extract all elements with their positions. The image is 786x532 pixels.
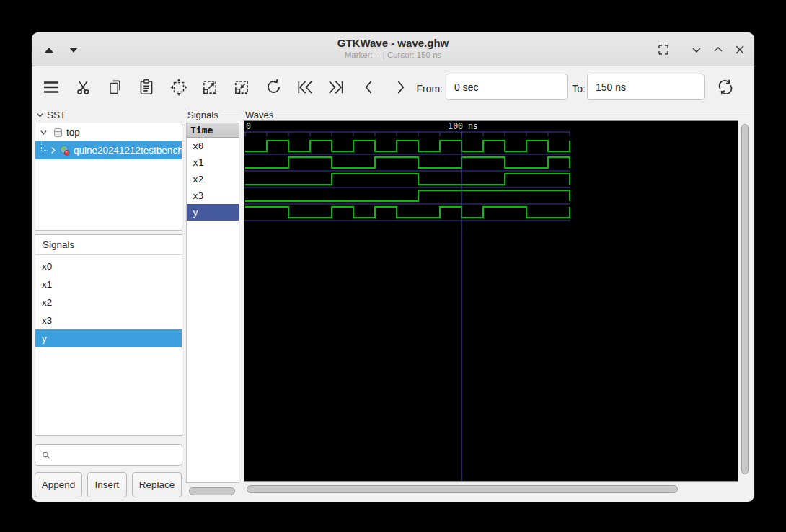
sst-header-label: SST [47, 110, 66, 120]
zoom-in-button[interactable] [200, 78, 219, 97]
sst-tree: top quine20241212testbench [35, 123, 182, 231]
close-icon [733, 43, 747, 57]
zoom-in-icon [200, 78, 219, 97]
reload-button[interactable] [716, 78, 735, 97]
insert-button[interactable]: Insert [87, 472, 127, 497]
frame-line [275, 115, 750, 115]
waves-hscrollbar-thumb[interactable] [247, 485, 678, 493]
entity-globe-icon [58, 145, 72, 156]
fullscreen-button[interactable] [656, 43, 671, 57]
svg-text:0: 0 [246, 121, 251, 131]
tree-node-testbench[interactable]: quine20241212testbench [35, 141, 182, 159]
maximize-button[interactable] [711, 43, 725, 57]
zoom-fit-icon [169, 78, 188, 97]
step-back-button[interactable] [360, 78, 379, 97]
undo-button[interactable] [264, 78, 283, 97]
wave-names-header-label: Signals [187, 110, 218, 120]
svg-text:100 ns: 100 ns [448, 121, 478, 131]
cut-icon [74, 78, 93, 97]
wave-names-header: Signals [187, 109, 239, 120]
cut-button[interactable] [74, 78, 93, 97]
facilities-list: x0x1x2x3y [35, 255, 182, 347]
wave-display[interactable]: 0100 ns [244, 120, 738, 482]
chevron-left-icon [360, 78, 379, 97]
hierarchy-cylinder-icon [51, 128, 64, 138]
wave-name-y[interactable]: y [187, 204, 239, 221]
wave-names-panel: Time x0x1x2x3y [186, 123, 239, 483]
expander-down-icon [36, 111, 44, 119]
step-forward-button[interactable] [391, 78, 410, 97]
facility-item-x3[interactable]: x3 [35, 311, 182, 329]
expander-down-icon[interactable] [35, 128, 51, 136]
menu-icon [42, 78, 61, 97]
signal-search-box[interactable] [35, 444, 182, 466]
to-label: To: [571, 83, 586, 94]
names-hscrollbar[interactable] [188, 487, 238, 496]
facilities-panel-title: Signals [35, 235, 182, 255]
zoom-out-button[interactable] [232, 78, 251, 97]
menu-button[interactable] [42, 78, 61, 97]
skip-to-start-button[interactable] [296, 78, 314, 97]
skip-to-start-icon [296, 78, 314, 97]
waves-vscrollbar[interactable] [740, 120, 750, 482]
tree-node-top[interactable]: top [35, 123, 182, 141]
time-header[interactable]: Time [187, 123, 239, 138]
copy-icon [106, 78, 125, 97]
replace-button[interactable]: Replace [132, 472, 182, 497]
frame-line [221, 115, 239, 115]
tree-node-label: top [66, 127, 80, 138]
minimize-button[interactable] [689, 43, 704, 57]
window-title: GTKWave - wave.ghw [32, 37, 754, 49]
waves-header: Waves [245, 109, 750, 120]
zoom-out-icon [232, 78, 251, 97]
tree-node-label: quine20241212testbench [74, 145, 182, 156]
zoom-fit-button[interactable] [169, 78, 188, 97]
undo-icon [264, 78, 283, 97]
waveform-canvas[interactable]: 0100 ns [244, 121, 738, 481]
chevron-right-icon [391, 78, 410, 97]
gtkwave-window: GTKWave - wave.ghw Marker: -- | Cursor: … [32, 32, 754, 502]
skip-to-end-button[interactable] [327, 78, 345, 97]
facility-item-x0[interactable]: x0 [35, 257, 182, 275]
marker-cursor-status: Marker: -- | Cursor: 150 ns [32, 50, 754, 59]
pane-divider[interactable] [185, 108, 185, 497]
append-button[interactable]: Append [35, 472, 82, 497]
waves-header-label: Waves [245, 110, 273, 120]
paste-icon [137, 78, 156, 97]
paste-button[interactable] [137, 78, 156, 97]
facility-item-x2[interactable]: x2 [35, 293, 182, 311]
facilities-panel: Signals x0x1x2x3y [35, 234, 182, 436]
signal-search-input[interactable] [55, 446, 182, 464]
tree-connector [41, 141, 48, 151]
expander-right-icon[interactable] [48, 146, 58, 154]
waves-hscrollbar[interactable] [244, 484, 750, 494]
from-label: From: [412, 83, 443, 94]
search-icon [42, 450, 50, 461]
wave-name-x1[interactable]: x1 [187, 154, 239, 171]
reload-icon [716, 78, 735, 97]
to-input[interactable] [587, 74, 705, 100]
titlebar[interactable]: GTKWave - wave.ghw Marker: -- | Cursor: … [32, 32, 754, 66]
wave-name-x3[interactable]: x3 [187, 187, 239, 204]
copy-button[interactable] [106, 78, 125, 97]
close-button[interactable] [733, 43, 747, 57]
facility-item-x1[interactable]: x1 [35, 275, 182, 293]
fullscreen-icon [656, 43, 671, 57]
waves-vscrollbar-thumb[interactable] [741, 124, 749, 474]
from-input[interactable] [446, 74, 568, 100]
chevron-down-icon [689, 43, 704, 57]
chevron-up-icon [711, 43, 725, 57]
wave-name-x0[interactable]: x0 [187, 138, 239, 154]
facility-item-y[interactable]: y [35, 329, 182, 347]
wave-name-x2[interactable]: x2 [187, 171, 239, 187]
sst-header[interactable]: SST [36, 108, 66, 121]
names-hscrollbar-thumb[interactable] [189, 487, 235, 495]
skip-to-end-icon [327, 78, 345, 97]
